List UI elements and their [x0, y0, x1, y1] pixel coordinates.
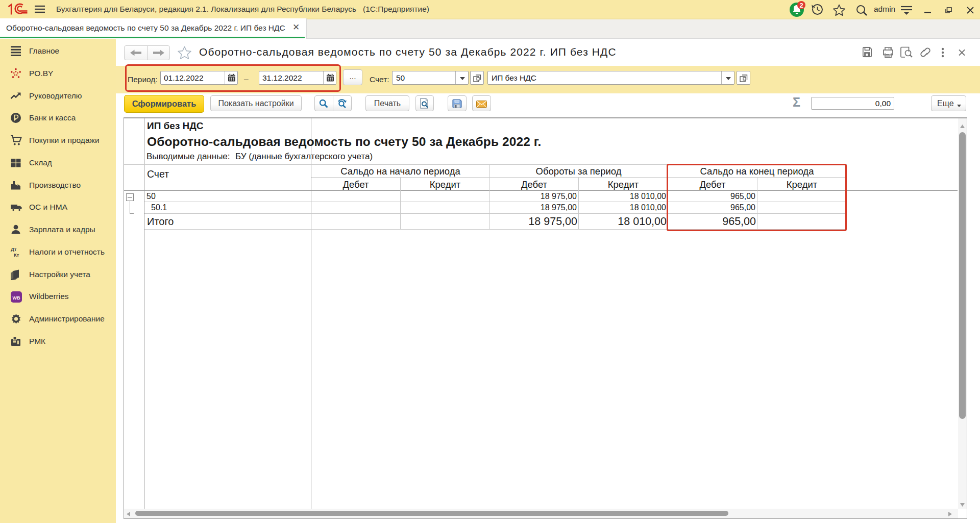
svg-text:Кт: Кт	[14, 252, 19, 258]
svg-text:WB: WB	[13, 295, 20, 301]
svg-text:Дт: Дт	[11, 246, 17, 252]
svg-text:2: 2	[799, 2, 803, 9]
